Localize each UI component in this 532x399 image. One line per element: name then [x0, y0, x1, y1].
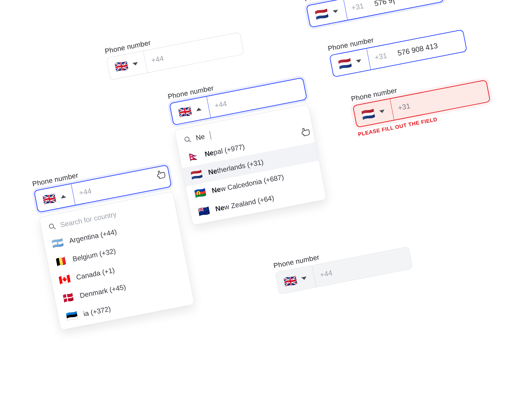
flag-icon: 🇬🇧 [283, 274, 298, 287]
phone-input-typing: Phone number 🇳🇱 +31 576 9 [304, 0, 444, 28]
chevron-down-icon [379, 109, 385, 113]
phone-input-filled: Phone number 🇳🇱 +31 576 908 413 [327, 19, 467, 77]
flag-icon: 🇳🇱 [337, 57, 352, 70]
flag-icon: 🇨🇦 [58, 274, 71, 285]
country-dropdown: Search for country 🇦🇷Argentina (+44)🇧🇪Be… [39, 191, 195, 330]
svg-line-3 [189, 140, 191, 142]
chevron-down-icon [356, 59, 361, 63]
dial-code: +44 [207, 92, 235, 117]
flag-icon: 🇳🇱 [190, 169, 203, 181]
dial-code: +31 [343, 0, 372, 20]
dial-code: +44 [143, 46, 172, 72]
country-selector[interactable]: 🇬🇧 [35, 184, 75, 212]
country-selector[interactable]: 🇬🇧 [106, 51, 148, 80]
chevron-down-icon [301, 276, 307, 280]
svg-line-1 [54, 227, 56, 229]
flag-icon: 🇳🇨 [194, 188, 207, 199]
phone-input-filtering: Phone number 🇬🇧 +44 Ne 🇳🇵Nepal (+977)🇳🇱N… [167, 67, 327, 225]
flag-icon: 🇬🇧 [178, 105, 193, 118]
flag-icon: 🇳🇱 [314, 8, 329, 21]
dial-code: +31 [367, 44, 395, 69]
country-selector[interactable]: 🇳🇱 [353, 99, 394, 127]
text-cursor-icon [209, 131, 211, 140]
phone-field[interactable]: 🇳🇱 +31 576 9 [306, 0, 444, 28]
flag-icon: 🇳🇿 [197, 206, 210, 217]
country-label: Nepal (+977) [204, 143, 245, 158]
flag-icon: 🇦🇷 [51, 237, 64, 249]
country-label: Canada (+1) [75, 266, 115, 281]
chevron-up-icon [60, 195, 66, 199]
number-input[interactable]: 576 9 [368, 0, 443, 15]
flag-icon: 🇬🇧 [42, 193, 57, 205]
chevron-up-icon [196, 107, 201, 111]
flag-icon: 🇬🇧 [114, 60, 129, 73]
svg-point-0 [49, 224, 54, 229]
search-query: Ne [195, 132, 205, 142]
dial-code: +44 [312, 261, 341, 287]
phone-input-open-dropdown: Phone number 🇬🇧 +44 Search for country 🇦… [32, 154, 195, 331]
flag-icon: 🇳🇵 [187, 151, 200, 162]
country-selector[interactable]: 🇳🇱 [330, 49, 371, 76]
country-dropdown: Ne 🇳🇵Nepal (+977)🇳🇱Netherlands (+31)🇳🇨Ne… [174, 104, 327, 225]
phone-input-disabled: Phone number 🇬🇧 +44 [273, 236, 413, 295]
chevron-down-icon [332, 9, 338, 13]
country-label: Belgium (+32) [72, 247, 116, 263]
phone-input-default: Phone number 🇬🇧 +44 [104, 22, 244, 80]
svg-point-2 [185, 137, 190, 142]
dial-code: +44 [71, 179, 100, 205]
chevron-down-icon [132, 62, 138, 66]
flag-icon: 🇪🇪 [65, 311, 78, 322]
country-selector[interactable]: 🇳🇱 [307, 0, 347, 27]
flag-icon: 🇩🇰 [62, 292, 75, 304]
search-icon [184, 135, 192, 144]
flag-icon: 🇧🇪 [55, 256, 68, 267]
search-icon [48, 222, 57, 231]
flag-icon: 🇳🇱 [361, 107, 376, 120]
country-selector: 🇬🇧 [275, 266, 317, 294]
country-selector[interactable]: 🇬🇧 [170, 97, 211, 125]
dial-code: +31 [390, 94, 418, 120]
phone-input-error: Phone number 🇳🇱 +31 PLEASE FILL OUT THE … [350, 69, 492, 138]
country-label: ia (+372) [83, 305, 112, 318]
